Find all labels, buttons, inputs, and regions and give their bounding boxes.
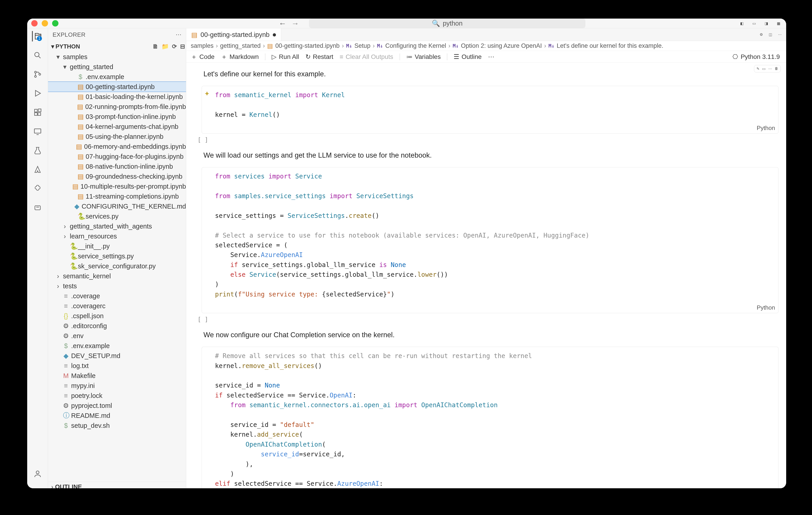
tree-item[interactable]: ◆DEV_SETUP.md [48, 351, 186, 361]
tree-item[interactable]: ⓘREADME.md [48, 411, 186, 421]
crumb[interactable]: getting_started [220, 42, 261, 49]
add-markdown-button[interactable]: ＋Markdown [221, 53, 259, 61]
tree-item[interactable]: ≡poetry.lock [48, 391, 186, 401]
tree-item[interactable]: 🐍sk_service_configurator.py [48, 261, 186, 271]
tree-item[interactable]: ›semantic_kernel [48, 271, 186, 281]
run-all-button[interactable]: ▷Run All [272, 53, 299, 60]
cell-language[interactable]: Python [757, 125, 775, 131]
tree-item[interactable]: 🐍services.py [48, 211, 186, 221]
crumb[interactable]: samples [191, 42, 214, 49]
command-center[interactable]: 🔍 python [309, 19, 585, 28]
restart-button[interactable]: ↻Restart [306, 53, 333, 60]
layout-sidebar-right-icon[interactable]: ◨ [763, 20, 770, 27]
project-section[interactable]: ▾ PYTHON 🗎 📁 ⟳ ⊟ [48, 41, 186, 52]
crumb[interactable]: Setup [354, 42, 371, 49]
code-content[interactable]: from services import Service from sample… [202, 168, 778, 303]
close-window[interactable] [31, 20, 38, 27]
tree-item[interactable]: $.env.example [48, 72, 186, 82]
crumb[interactable]: Let's define our kernel for this example… [557, 42, 663, 49]
tree-item[interactable]: {}.cspell.json [48, 311, 186, 321]
tree-item[interactable]: $.env.example [48, 341, 186, 351]
tree-item[interactable]: ▤01-basic-loading-the-kernel.ipynb [48, 92, 186, 102]
edit-cell-icon[interactable]: ✎ [756, 67, 759, 71]
new-file-icon[interactable]: 🗎 [152, 43, 158, 50]
code-cell[interactable]: from services import Service from sample… [202, 167, 779, 313]
nav-back-icon[interactable]: ← [279, 19, 286, 28]
tree-item[interactable]: ›getting_started_with_agents [48, 221, 186, 231]
tree-item[interactable]: 🐍service_settings.py [48, 251, 186, 261]
layout-sidebar-left-icon[interactable]: ◧ [738, 20, 745, 27]
search-activity-icon[interactable] [32, 50, 43, 60]
tree-item[interactable]: ▤00-getting-started.ipynb [48, 82, 186, 92]
outline-button[interactable]: ☰Outline [454, 53, 482, 60]
layout-panel-icon[interactable]: ▭ [750, 20, 758, 27]
more-actions-icon[interactable]: ⋯ [778, 32, 782, 37]
tree-item[interactable]: ▤11-streaming-completions.ipynb [48, 191, 186, 201]
tree-item[interactable]: ▤02-running-prompts-from-file.ipynb [48, 102, 186, 112]
azure-icon[interactable] [32, 164, 43, 175]
add-code-button[interactable]: ＋Code [191, 53, 214, 61]
customize-layout-icon[interactable]: ▦ [775, 20, 782, 27]
split-editor-icon[interactable]: ◫ [769, 32, 772, 37]
markdown-cell[interactable]: We now configure our Chat Completion ser… [203, 331, 777, 339]
tree-item[interactable]: ▾samples [48, 52, 186, 62]
tree-item[interactable]: ≡.coverage [48, 291, 186, 301]
accounts-icon[interactable] [32, 468, 43, 479]
toolbar-more-icon[interactable]: ⋯ [488, 53, 494, 60]
delete-cell-icon[interactable]: 🗑 [775, 67, 778, 71]
tree-item[interactable]: ≡.coveragerc [48, 301, 186, 311]
tree-item[interactable]: ◆CONFIGURING_THE_KERNEL.md [48, 201, 186, 211]
collapse-icon[interactable]: ⊟ [180, 43, 185, 50]
code-cell[interactable]: # Remove all services so that this cell … [202, 347, 779, 488]
code-content[interactable]: # Remove all services so that this cell … [202, 347, 778, 488]
tree-item[interactable]: ▤04-kernel-arguments-chat.ipynb [48, 122, 186, 131]
tree-item[interactable]: ▤03-prompt-function-inline.ipynb [48, 112, 186, 122]
tree-item[interactable]: ▤05-using-the-planner.ipynb [48, 131, 186, 142]
tab-notebook[interactable]: ▤ 00-getting-started.ipynb [186, 28, 281, 41]
notebook-body[interactable]: ✎ ▭ ⋯ 🗑 Let's define our kernel for this… [186, 63, 786, 488]
markdown-cell[interactable]: We will load our settings and get the LL… [203, 151, 777, 159]
new-folder-icon[interactable]: 📁 [162, 43, 169, 50]
ext-icon-2[interactable] [32, 202, 43, 213]
explorer-more-icon[interactable]: ⋯ [176, 31, 182, 38]
variables-button[interactable]: ≔Variables [406, 53, 441, 60]
tree-item[interactable]: ≡mypy.ini [48, 381, 186, 391]
tree-item[interactable]: 🐍__init__.py [48, 241, 186, 251]
tree-item[interactable]: ▤08-native-function-inline.ipynb [48, 161, 186, 172]
tree-item[interactable]: ▤06-memory-and-embeddings.ipynb [48, 142, 186, 152]
tree-item[interactable]: ⚙.editorconfig [48, 321, 186, 331]
maximize-window[interactable] [52, 20, 58, 27]
cell-more-icon[interactable]: ⋯ [768, 67, 772, 71]
tree-item[interactable]: ≡log.txt [48, 361, 186, 371]
cell-language[interactable]: Python [757, 304, 775, 311]
source-control-icon[interactable] [32, 69, 43, 80]
settings-gear-icon[interactable] [32, 488, 43, 488]
split-cell-icon[interactable]: ▭ [762, 67, 765, 71]
kernel-picker[interactable]: Python 3.11.9 [741, 53, 780, 60]
crumb[interactable]: 00-getting-started.ipynb [275, 42, 340, 49]
outline-panel[interactable]: › OUTLINE [48, 482, 186, 488]
tree-item[interactable]: ▤10-multiple-results-per-prompt.ipynb [48, 181, 186, 191]
crumb[interactable]: Option 2: using Azure OpenAI [461, 42, 542, 49]
tree-item[interactable]: ›tests [48, 281, 186, 291]
refresh-icon[interactable]: ⟳ [172, 43, 177, 50]
tree-item[interactable]: ⚙.env [48, 331, 186, 341]
tree-item[interactable]: ⚙pyproject.toml [48, 401, 186, 411]
tree-item[interactable]: $setup_dev.sh [48, 421, 186, 430]
testing-icon[interactable] [32, 145, 43, 156]
tree-item[interactable]: MMakefile [48, 371, 186, 381]
file-tree[interactable]: ▾samples▾getting_started$.env.example▤00… [48, 52, 186, 482]
remote-icon[interactable] [32, 126, 43, 137]
explorer-icon[interactable]: 1 [32, 31, 42, 41]
minimize-window[interactable] [42, 20, 48, 27]
extensions-icon[interactable] [32, 107, 43, 118]
ext-icon-1[interactable] [32, 183, 43, 194]
clear-outputs-button[interactable]: ≡Clear All Outputs [340, 53, 393, 60]
breadcrumb[interactable]: samples›getting_started›▤00-getting-star… [186, 41, 786, 51]
sparkle-icon[interactable]: ✦ [204, 90, 210, 98]
tree-item[interactable]: ▤09-groundedness-checking.ipynb [48, 172, 186, 181]
tree-item[interactable]: ▤07-hugging-face-for-plugins.ipynb [48, 152, 186, 161]
code-cell[interactable]: ✦ from semantic_kernel import Kernel ker… [202, 86, 779, 133]
code-content[interactable]: from semantic_kernel import Kernel kerne… [202, 86, 778, 124]
run-debug-icon[interactable] [32, 88, 43, 98]
